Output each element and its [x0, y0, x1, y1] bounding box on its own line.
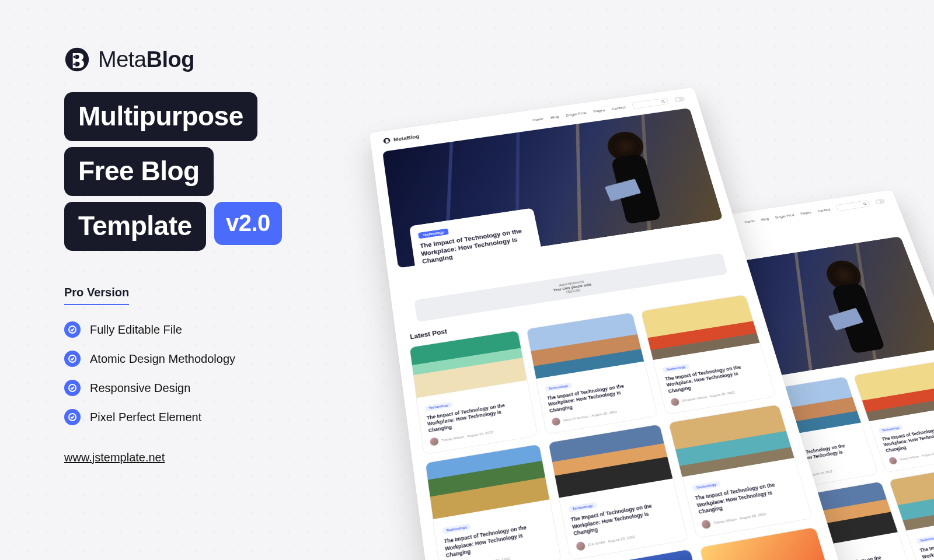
avatar: [888, 457, 898, 465]
feature-item: Fully Editable File: [64, 321, 391, 338]
headline-pill-3: Template: [64, 202, 206, 251]
version-badge: v2.0: [214, 202, 282, 245]
avatar: [551, 417, 561, 426]
nav-link[interactable]: Home: [532, 117, 543, 122]
avatar: [430, 438, 439, 447]
check-icon: [64, 380, 81, 396]
theme-toggle[interactable]: [674, 96, 686, 103]
svg-point-2: [74, 63, 76, 65]
headline-pill-1: Multipurpose: [64, 92, 257, 141]
check-icon: [64, 351, 81, 367]
theme-toggle[interactable]: [874, 198, 886, 205]
post-card[interactable]: TechnologyThe Impact of Technology on th…: [526, 312, 658, 435]
search-input[interactable]: [836, 200, 870, 211]
category-badge: Technology: [568, 502, 597, 513]
headline-pill-2: Free Blog: [64, 147, 214, 196]
check-icon: [64, 409, 81, 425]
feature-item: Atomic Design Methodology: [64, 351, 391, 367]
search-icon: [661, 100, 665, 103]
feature-text: Responsive Design: [90, 382, 190, 395]
post-thumbnail: [890, 464, 934, 531]
search-icon: [863, 202, 867, 205]
nav-link[interactable]: Contact: [611, 105, 626, 111]
nav-link[interactable]: Contact: [817, 207, 831, 212]
avatar: [575, 541, 586, 551]
svg-point-1: [74, 56, 76, 58]
category-badge: Technology: [692, 481, 721, 492]
nav-link[interactable]: Pages: [800, 210, 811, 215]
feature-item: Pixel Perfect Element: [64, 409, 391, 425]
feature-item: Responsive Design: [64, 380, 391, 396]
feature-text: Pixel Perfect Element: [90, 411, 201, 424]
preview-nav: Home Blog Single Post Pages Contact: [744, 198, 886, 225]
nav-link[interactable]: Home: [744, 219, 755, 224]
post-card[interactable]: TechnologyThe Impact of Technology on th…: [668, 404, 813, 538]
post-card[interactable]: TechnologyThe Impact of Technology on th…: [425, 444, 562, 560]
category-badge: Technology: [916, 534, 934, 544]
brand-logo-icon: [64, 47, 90, 72]
avatar: [701, 519, 712, 529]
pro-version-label: Pro Version: [64, 286, 129, 305]
category-badge: Technology: [418, 229, 449, 239]
category-badge: Technology: [663, 363, 689, 373]
svg-point-8: [863, 202, 866, 205]
category-badge: Technology: [545, 383, 572, 392]
brand: MetaBlog: [64, 47, 391, 72]
brand-name: MetaBlog: [98, 47, 194, 72]
nav-link[interactable]: Single Post: [565, 111, 587, 117]
post-card[interactable]: TechnologyThe Impact of Technology on th…: [409, 330, 538, 455]
post-card[interactable]: TechnologyThe Impact of Technology on th…: [640, 295, 776, 415]
features-list: Fully Editable File Atomic Design Method…: [64, 321, 391, 425]
feature-text: Fully Editable File: [90, 323, 182, 337]
category-badge: Technology: [879, 425, 904, 433]
nav-link[interactable]: Pages: [593, 108, 605, 113]
check-icon: [64, 321, 81, 338]
nav-link[interactable]: Blog: [550, 114, 559, 119]
search-input[interactable]: [632, 98, 668, 110]
avatar: [670, 398, 680, 407]
preview-brand: MetaBlog: [383, 133, 420, 144]
category-badge: Technology: [425, 402, 452, 412]
website-url[interactable]: www.jstemplate.net: [64, 451, 391, 464]
category-badge: Technology: [442, 524, 471, 535]
feature-text: Atomic Design Methodology: [90, 352, 235, 366]
nav-link[interactable]: Blog: [761, 216, 769, 221]
nav-link[interactable]: Single Post: [775, 213, 794, 219]
post-card[interactable]: TechnologyThe Impact of Technology on th…: [548, 424, 688, 560]
